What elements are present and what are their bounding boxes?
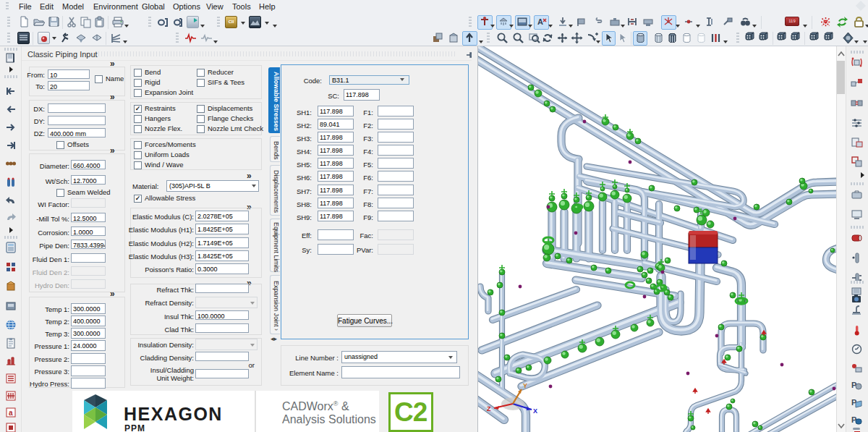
svg-text:X: X xyxy=(533,407,537,415)
svg-text:Z: Z xyxy=(487,405,491,412)
svg-text:A: A xyxy=(537,17,543,26)
svg-text:Y: Y xyxy=(523,382,527,389)
svg-text:a: a xyxy=(9,409,13,417)
